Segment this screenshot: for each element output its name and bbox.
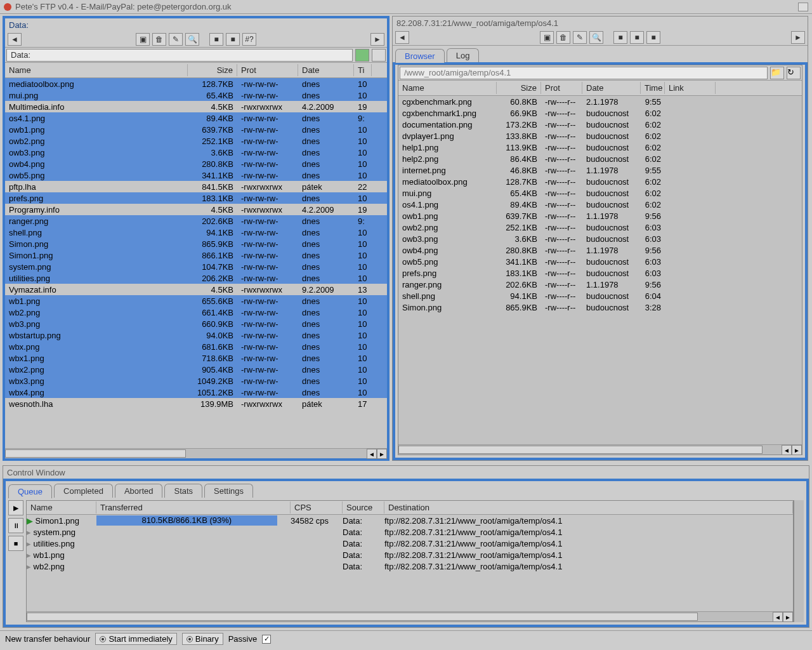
tab-browser[interactable]: Browser bbox=[395, 49, 445, 63]
file-row[interactable]: owb5.png341.1KB-rw----r--budoucnost6:03 bbox=[398, 256, 802, 267]
file-row[interactable]: wb3.png660.9KB-rw-rw-rw-dnes10 bbox=[5, 318, 387, 329]
remote-file-list[interactable]: cgxbenchmark.png60.8KB-rw----r--2.1.1978… bbox=[398, 96, 802, 444]
folder-button[interactable]: 📁 bbox=[770, 67, 784, 79]
scroll-right-icon[interactable]: ► bbox=[783, 612, 793, 622]
file-row[interactable]: mui.png65.4KB-rw----r--budoucnost6:02 bbox=[398, 187, 802, 199]
queue-row[interactable]: ▸ wb2.pngData:ftp://82.208.7.31:21/www_r… bbox=[27, 560, 793, 572]
col-prot[interactable]: Prot bbox=[237, 64, 298, 76]
col-name[interactable]: Name bbox=[5, 64, 188, 76]
file-row[interactable]: Vymazat.info4.5KB-rwxrwxrwx9.2.200913 bbox=[5, 284, 387, 295]
file-row[interactable]: owb2.png252.1KB-rw----r--budoucnost6:03 bbox=[398, 222, 802, 233]
file-row[interactable]: os4.1.png89.4KB-rw----r--budoucnost6:02 bbox=[398, 199, 802, 210]
col-date[interactable]: Date bbox=[582, 82, 641, 94]
local-file-list[interactable]: mediatoolbox.png128.7KB-rw-rw-rw-dnes10m… bbox=[5, 78, 387, 448]
scroll-right-icon[interactable]: ► bbox=[792, 445, 802, 455]
col-link[interactable]: Link bbox=[665, 82, 716, 94]
file-row[interactable]: owb1.png639.7KB-rw-rw-rw-dnes10 bbox=[5, 124, 387, 135]
file-row[interactable]: shell.png94.1KB-rw-rw-rw-dnes10 bbox=[5, 227, 387, 238]
file-row[interactable]: wbx.png681.6KB-rw-rw-rw-dnes10 bbox=[5, 341, 387, 352]
file-row[interactable]: owb4.png280.8KB-rw-rw-rw-dnes10 bbox=[5, 158, 387, 169]
file-row[interactable]: wbstartup.png94.0KB-rw-rw-rw-dnes10 bbox=[5, 329, 387, 341]
file-row[interactable]: os4.1.png89.4KB-rw-rw-rw-dnes9: bbox=[5, 112, 387, 124]
file-row[interactable]: owb1.png639.7KB-rw----r--1.1.19789:56 bbox=[398, 210, 802, 222]
forward-button[interactable]: ► bbox=[791, 31, 805, 44]
scroll-left-icon[interactable]: ◄ bbox=[773, 612, 783, 622]
local-path-input[interactable] bbox=[6, 49, 353, 62]
file-row[interactable]: pftp.lha841.5KB-rwxrwxrwxpátek22 bbox=[5, 181, 387, 192]
file-row[interactable]: documentation.png173.2KB-rw----r--budouc… bbox=[398, 119, 802, 130]
parent-button[interactable] bbox=[372, 49, 386, 62]
queue-vscroll[interactable] bbox=[794, 500, 804, 622]
file-row[interactable]: internet.png46.8KB-rw----r--1.1.19789:55 bbox=[398, 164, 802, 176]
file-row[interactable]: owb2.png252.1KB-rw-rw-rw-dnes10 bbox=[5, 135, 387, 147]
trash-icon[interactable]: 🗑 bbox=[152, 33, 166, 46]
file-row[interactable]: owb3.png3.6KB-rw----r--budoucnost6:03 bbox=[398, 233, 802, 244]
queue-row[interactable]: ▸ utilities.pngData:ftp://82.208.7.31:21… bbox=[27, 538, 793, 549]
file-row[interactable]: wbx1.png718.6KB-rw-rw-rw-dnes10 bbox=[5, 352, 387, 364]
qcol-destination[interactable]: Destination bbox=[384, 501, 793, 514]
file-row[interactable]: dvplayer1.png133.8KB-rw----r--budoucnost… bbox=[398, 130, 802, 142]
new-icon[interactable]: ✎ bbox=[573, 31, 587, 44]
view3-icon[interactable]: ■ bbox=[646, 31, 660, 44]
queue-hscroll[interactable]: ◄ ► bbox=[27, 611, 793, 621]
view2-icon[interactable]: ■ bbox=[226, 33, 240, 46]
scroll-left-icon[interactable]: ◄ bbox=[782, 445, 792, 455]
file-row[interactable]: wbx4.png1051.2KB-rw-rw-rw-dnes10 bbox=[5, 387, 387, 398]
search-icon[interactable]: 🔍 bbox=[185, 33, 199, 46]
trash-icon[interactable]: 🗑 bbox=[556, 31, 570, 44]
tab-queue[interactable]: Queue bbox=[8, 484, 52, 498]
file-row[interactable]: wbx3.png1049.2KB-rw-rw-rw-dnes10 bbox=[5, 375, 387, 387]
play-button[interactable]: ▶ bbox=[8, 500, 23, 515]
col-time[interactable]: Time bbox=[641, 82, 665, 94]
file-row[interactable]: cgxbenchmark.png60.8KB-rw----r--2.1.1978… bbox=[398, 96, 802, 107]
tab-log[interactable]: Log bbox=[447, 48, 480, 62]
scroll-right-icon[interactable]: ► bbox=[377, 449, 387, 459]
local-panel-header[interactable]: Data: bbox=[5, 18, 387, 31]
qcol-name[interactable]: Name bbox=[27, 501, 96, 514]
col-size[interactable]: Size bbox=[497, 82, 541, 94]
pause-button[interactable]: ⏸ bbox=[8, 518, 23, 533]
remote-hscroll[interactable]: ◄ ► bbox=[398, 444, 802, 454]
go-button[interactable] bbox=[355, 49, 369, 62]
col-size[interactable]: Size bbox=[188, 64, 237, 76]
file-row[interactable]: shell.png94.1KB-rw----r--budoucnost6:04 bbox=[398, 290, 802, 302]
file-row[interactable]: owb4.png280.8KB-rw----r--1.1.19789:56 bbox=[398, 244, 802, 256]
col-date[interactable]: Date bbox=[298, 64, 354, 76]
tab-aborted[interactable]: Aborted bbox=[115, 484, 163, 498]
file-row[interactable]: wesnoth.lha139.9MB-rwxrwxrwxpátek17 bbox=[5, 398, 387, 409]
file-row[interactable]: help2.png86.4KB-rw----r--budoucnost6:02 bbox=[398, 153, 802, 164]
file-row[interactable]: Programy.info4.5KB-rwxrwxrwx4.2.200919 bbox=[5, 204, 387, 215]
file-row[interactable]: prefs.png183.1KB-rw----r--budoucnost6:03 bbox=[398, 267, 802, 279]
col-prot[interactable]: Prot bbox=[541, 82, 582, 94]
view2-icon[interactable]: ■ bbox=[630, 31, 644, 44]
filter-icon[interactable]: #? bbox=[242, 33, 256, 46]
stop-button[interactable]: ■ bbox=[8, 536, 23, 551]
view1-icon[interactable]: ■ bbox=[613, 31, 627, 44]
file-row[interactable]: mediatoolbox.png128.7KB-rw----r--budoucn… bbox=[398, 176, 802, 187]
qcol-source[interactable]: Source bbox=[343, 501, 384, 514]
tab-settings[interactable]: Settings bbox=[204, 484, 253, 498]
file-row[interactable]: owb3.png3.6KB-rw-rw-rw-dnes10 bbox=[5, 147, 387, 158]
tab-stats[interactable]: Stats bbox=[164, 484, 202, 498]
file-row[interactable]: wbx2.png905.4KB-rw-rw-rw-dnes10 bbox=[5, 364, 387, 375]
search-icon[interactable]: 🔍 bbox=[589, 31, 603, 44]
passive-checkbox[interactable]: ✓ bbox=[262, 635, 271, 644]
scroll-left-icon[interactable]: ◄ bbox=[367, 449, 377, 459]
queue-row[interactable]: ▸ wb1.pngData:ftp://82.208.7.31:21/www_r… bbox=[27, 549, 793, 560]
back-button[interactable]: ◄ bbox=[395, 31, 409, 44]
file-row[interactable]: mui.png65.4KB-rw-rw-rw-dnes10 bbox=[5, 90, 387, 101]
qcol-transferred[interactable]: Transferred bbox=[96, 501, 291, 514]
file-row[interactable]: Simon.png865.9KB-rw-rw-rw-dnes10 bbox=[5, 238, 387, 249]
drive-icon[interactable]: ▣ bbox=[540, 31, 554, 44]
view1-icon[interactable]: ■ bbox=[209, 33, 223, 46]
file-row[interactable]: owb5.png341.1KB-rw-rw-rw-dnes10 bbox=[5, 169, 387, 181]
window-expand-button[interactable] bbox=[798, 3, 808, 11]
back-button[interactable]: ◄ bbox=[8, 33, 22, 46]
queue-list[interactable]: Name Transferred CPS Source Destination … bbox=[26, 500, 794, 622]
tab-completed[interactable]: Completed bbox=[54, 484, 113, 498]
control-header[interactable]: Control Window bbox=[3, 466, 809, 479]
col-name[interactable]: Name bbox=[398, 82, 497, 94]
drive-icon[interactable]: ▣ bbox=[136, 33, 150, 46]
file-row[interactable]: Simon.png865.9KB-rw----r--budoucnost3:28 bbox=[398, 302, 802, 313]
remote-panel-header[interactable]: 82.208.7.31:21/www_root/amiga/temp/os4.1 bbox=[393, 17, 808, 29]
